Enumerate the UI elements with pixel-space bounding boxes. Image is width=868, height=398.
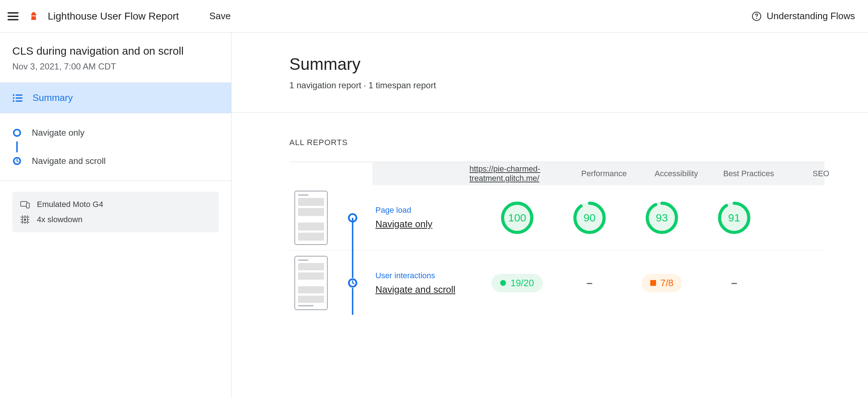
svg-rect-17 — [24, 219, 26, 221]
cpu-icon — [20, 215, 30, 224]
gauge-performance[interactable]: 100 — [481, 200, 553, 235]
col-accessibility: Accessibility — [640, 169, 712, 178]
help-label: Understanding Flows — [767, 10, 855, 22]
fraction-seo: – — [698, 277, 770, 289]
device-icon — [20, 200, 30, 208]
screenshot-thumbnail[interactable] — [294, 256, 328, 310]
timeline-connector — [352, 218, 353, 283]
svg-rect-3 — [33, 15, 35, 16]
screenshot-thumbnail[interactable] — [294, 191, 328, 245]
summary-subtitle: 1 navigation report · 1 timespan report — [289, 80, 868, 90]
sidebar-summary-label: Summary — [33, 92, 73, 103]
all-reports-label: ALL REPORTS — [289, 138, 825, 147]
env-cpu-label: 4x slowdown — [37, 215, 82, 224]
step-name-link[interactable]: Navigate only — [375, 219, 481, 230]
env-device-row: Emulated Moto G4 — [20, 200, 211, 209]
env-device-label: Emulated Moto G4 — [37, 200, 103, 209]
report-table-head: https://pie-charmed-treatment.glitch.me/… — [373, 162, 825, 185]
summary-title: Summary — [289, 54, 868, 74]
step-type-label: User interactions — [375, 271, 481, 280]
svg-rect-0 — [8, 12, 18, 13]
sidebar-steps: Navigate only Navigate and scroll — [0, 113, 231, 181]
svg-point-6 — [13, 94, 14, 96]
svg-rect-7 — [16, 94, 22, 96]
timespan-icon — [348, 278, 358, 288]
sidebar-header: CLS during navigation and on scroll Nov … — [0, 33, 231, 83]
nav-start-icon — [13, 128, 21, 137]
svg-rect-15 — [26, 203, 29, 208]
svg-point-8 — [13, 97, 14, 99]
lighthouse-logo-icon — [28, 11, 39, 22]
svg-rect-1 — [8, 16, 18, 17]
svg-point-10 — [13, 100, 14, 102]
col-seo: SEO — [785, 169, 857, 178]
svg-rect-11 — [16, 100, 22, 102]
report-table: https://pie-charmed-treatment.glitch.me/… — [289, 162, 825, 316]
help-icon — [752, 11, 762, 21]
fraction-performance[interactable]: 19/20 — [481, 274, 553, 292]
sidebar-step-label: Navigate and scroll — [32, 156, 106, 166]
sidebar-step-navigate-only[interactable]: Navigate only — [12, 124, 219, 141]
col-best-practices: Best Practices — [712, 169, 785, 178]
menu-button[interactable] — [7, 10, 20, 23]
app-title: Lighthouse User Flow Report — [48, 10, 179, 22]
step-name-link[interactable]: Navigate and scroll — [375, 284, 481, 295]
flow-date: Nov 3, 2021, 7:00 AM CDT — [12, 62, 219, 72]
svg-rect-9 — [16, 97, 22, 99]
sidebar-item-summary[interactable]: Summary — [0, 83, 231, 113]
hamburger-icon — [8, 12, 18, 21]
gauge-accessibility[interactable]: 90 — [553, 200, 626, 235]
svg-point-12 — [14, 130, 20, 136]
fraction-best-practices[interactable]: 7/8 — [626, 274, 698, 292]
summary-header: Summary 1 navigation report · 1 timespan… — [231, 33, 868, 112]
fraction-accessibility: – — [553, 277, 626, 289]
tested-url-link[interactable]: https://pie-charmed-treatment.glitch.me/ — [459, 164, 568, 183]
svg-rect-2 — [8, 19, 18, 20]
flow-title: CLS during navigation and on scroll — [12, 45, 219, 57]
environment-box: Emulated Moto G4 4x slowdown — [12, 192, 219, 232]
gauge-best-practices[interactable]: 93 — [626, 200, 698, 235]
env-cpu-row: 4x slowdown — [20, 215, 211, 224]
report-row-navigation: Page load Navigate only 100 90 93 91 — [289, 185, 825, 250]
step-type-label: Page load — [375, 206, 481, 215]
main-panel: Summary 1 navigation report · 1 timespan… — [231, 33, 868, 398]
sidebar-step-label: Navigate only — [32, 128, 84, 138]
summary-list-icon — [12, 94, 22, 102]
save-button[interactable]: Save — [209, 10, 231, 22]
step-connector — [16, 141, 18, 152]
timespan-icon — [13, 157, 21, 165]
sidebar-step-navigate-and-scroll[interactable]: Navigate and scroll — [12, 152, 219, 170]
gauge-seo[interactable]: 91 — [698, 200, 770, 235]
report-row-timespan: User interactions Navigate and scroll 19… — [289, 250, 825, 316]
sidebar: CLS during navigation and on scroll Nov … — [0, 33, 231, 398]
topbar: Lighthouse User Flow Report Save Underst… — [0, 0, 868, 33]
col-performance: Performance — [568, 169, 640, 178]
help-link[interactable]: Understanding Flows — [752, 10, 855, 22]
svg-point-5 — [756, 18, 757, 19]
